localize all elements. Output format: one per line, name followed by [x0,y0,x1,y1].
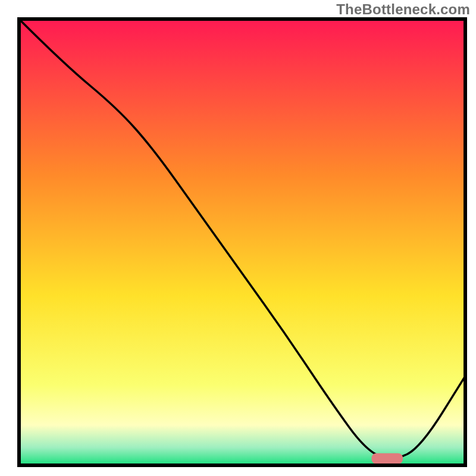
watermark-text: TheBottleneck.com [336,1,470,18]
bottleneck-chart [0,0,476,476]
optimum-marker [372,453,403,464]
chart-root: TheBottleneck.com [0,0,476,476]
plot-background [19,19,465,465]
